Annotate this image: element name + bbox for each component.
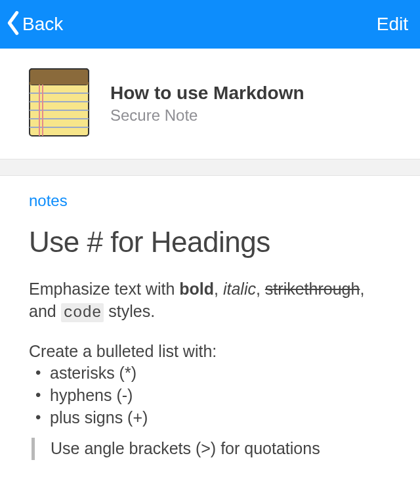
quote-text: Use angle brackets (>) for quotations	[51, 439, 320, 457]
list-item: plus signs (+)	[33, 407, 391, 429]
text: Emphasize text with	[29, 280, 179, 298]
back-label: Back	[22, 14, 63, 35]
bold-sample: bold	[179, 280, 214, 298]
chevron-left-icon	[5, 10, 21, 39]
text: ,	[214, 280, 223, 298]
code-sample: code	[61, 303, 104, 322]
emphasis-paragraph: Emphasize text with bold, italic, strike…	[29, 278, 391, 324]
navbar: Back Edit	[0, 0, 420, 49]
svg-rect-2	[30, 82, 89, 85]
strike-sample: strikethrough	[265, 280, 360, 298]
list-item: hyphens (-)	[33, 385, 391, 407]
edit-button[interactable]: Edit	[377, 14, 408, 35]
note-header: How to use Markdown Secure Note	[0, 49, 420, 159]
section-label[interactable]: notes	[29, 192, 391, 210]
content-heading: Use # for Headings	[29, 226, 391, 259]
bullet-list: asterisks (*) hyphens (-) plus signs (+)	[29, 362, 391, 429]
list-item: asterisks (*)	[33, 362, 391, 385]
blockquote: Use angle brackets (>) for quotations	[32, 438, 391, 460]
notepad-icon	[29, 68, 89, 139]
back-button[interactable]: Back	[5, 10, 63, 39]
list-intro: Create a bulleted list with:	[29, 342, 391, 361]
note-content: notes Use # for Headings Emphasize text …	[0, 176, 420, 460]
section-divider	[0, 159, 420, 176]
note-title: How to use Markdown	[110, 83, 304, 104]
text: styles.	[104, 302, 155, 320]
note-type: Secure Note	[110, 106, 304, 125]
text: ,	[256, 280, 265, 298]
italic-sample: italic	[223, 280, 256, 298]
